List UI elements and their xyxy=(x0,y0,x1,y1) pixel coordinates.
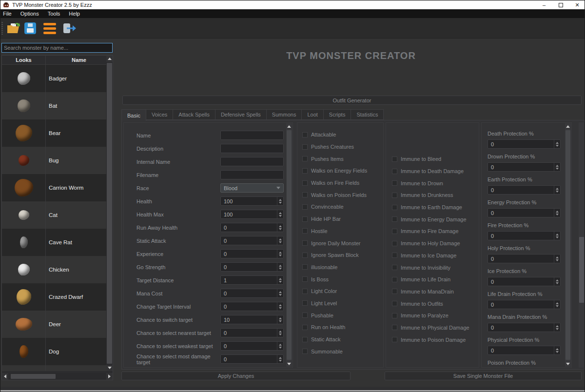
death-protection-input[interactable]: 0 xyxy=(488,139,561,149)
tab-scripts[interactable]: Scripts xyxy=(324,109,351,120)
form-scrollbar[interactable] xyxy=(286,123,292,367)
checkbox[interactable] xyxy=(302,289,308,294)
toolbar-grip[interactable] xyxy=(1,22,3,35)
checkbox[interactable] xyxy=(392,193,397,198)
flag-pushes-creatures[interactable]: Pushes Creatures xyxy=(297,141,383,153)
immune-earth[interactable]: Immune to Earth Damage xyxy=(386,201,479,214)
flag-attackable[interactable]: Attackable xyxy=(297,129,383,141)
checkbox[interactable] xyxy=(302,192,308,197)
save-single-monster-button[interactable]: Save Single Monster File xyxy=(385,372,582,380)
checkbox[interactable] xyxy=(302,276,308,282)
flag-walks-poison[interactable]: Walks on Poison Fields xyxy=(297,189,383,201)
minimize-button[interactable]: – xyxy=(536,0,552,9)
immune-ice[interactable]: Immune to Ice Damage xyxy=(386,250,479,262)
scroll-down-button[interactable] xyxy=(106,365,113,371)
spinner[interactable] xyxy=(277,236,283,245)
spinner[interactable] xyxy=(277,302,283,311)
menu-help[interactable]: Help xyxy=(64,9,84,18)
spinner[interactable] xyxy=(277,276,283,284)
spinner[interactable] xyxy=(554,163,560,171)
apply-changes-button[interactable]: Apply Changes xyxy=(121,372,351,380)
flag-hide-hp-bar[interactable]: Hide HP Bar xyxy=(297,213,383,225)
filename-input[interactable] xyxy=(220,170,284,179)
energy-protection-input[interactable]: 0 xyxy=(488,208,561,217)
tab-summons[interactable]: Summons xyxy=(267,109,302,120)
monster-row-bug[interactable]: Bug xyxy=(2,147,106,174)
checkbox[interactable] xyxy=(302,300,308,306)
name-input[interactable] xyxy=(220,131,284,140)
vscroll-thumb[interactable] xyxy=(579,237,584,303)
menu-toggle-button[interactable] xyxy=(42,21,57,36)
menu-tools[interactable]: Tools xyxy=(43,9,65,18)
earth-protection-input[interactable]: 0 xyxy=(488,185,561,195)
scroll-up-button[interactable] xyxy=(565,123,571,129)
checkbox[interactable] xyxy=(302,180,308,186)
monster-row-bear[interactable]: Bear xyxy=(2,119,106,147)
monster-row-deer[interactable]: Deer xyxy=(2,311,106,338)
checkbox[interactable] xyxy=(302,204,308,210)
physical-protection-input[interactable]: 0 xyxy=(488,346,561,355)
immune-mana-drain[interactable]: Immune to ManaDrain xyxy=(386,286,479,298)
go-strength-input[interactable]: 0 xyxy=(220,262,284,272)
protections-scrollbar[interactable] xyxy=(565,123,571,367)
search-input[interactable] xyxy=(1,43,113,53)
spinner[interactable] xyxy=(277,223,283,232)
checkbox[interactable] xyxy=(302,144,308,150)
checkbox[interactable] xyxy=(392,289,397,294)
spinner[interactable] xyxy=(277,289,283,297)
life-drain-protection-input[interactable]: 0 xyxy=(488,300,561,309)
monster-row-carrion-worm[interactable]: Carrion Worm xyxy=(2,174,106,201)
spinner[interactable] xyxy=(277,250,283,258)
chance-most-damage-target-input[interactable]: 0 xyxy=(220,354,284,364)
static-attack-input[interactable]: 0 xyxy=(220,236,284,245)
menu-file[interactable]: File xyxy=(0,9,16,18)
flag-ignore-daily-monster[interactable]: Ignore Daily Monster xyxy=(297,237,383,249)
spinner[interactable] xyxy=(277,329,283,337)
monster-row-cave-rat[interactable]: Cave Rat xyxy=(2,229,106,256)
tab-loot[interactable]: Loot xyxy=(302,109,323,120)
monster-row-cat[interactable]: Cat xyxy=(2,201,106,229)
checkbox[interactable] xyxy=(392,169,397,174)
chance-switch-target-input[interactable]: 10 xyxy=(220,315,284,324)
spinner[interactable] xyxy=(277,263,283,271)
checkbox[interactable] xyxy=(302,349,308,354)
flag-light-color[interactable]: Light Color xyxy=(297,285,383,297)
checkbox[interactable] xyxy=(392,265,397,270)
flag-pushes-items[interactable]: Pushes Items xyxy=(297,153,383,165)
tab-attack-spells[interactable]: Attack Spells xyxy=(173,109,215,120)
spinner[interactable] xyxy=(554,300,560,309)
immune-physical[interactable]: Immune to Physical Damage xyxy=(386,322,479,334)
flag-ignore-spawn-block[interactable]: Ignore Spawn Block xyxy=(297,249,383,261)
vscroll-thumb[interactable] xyxy=(107,63,112,364)
close-button[interactable]: ✕ xyxy=(569,0,585,9)
immune-fire[interactable]: Immune to Fire Damage xyxy=(386,225,479,237)
scroll-down-button[interactable] xyxy=(286,361,292,367)
monster-row-badger[interactable]: Badger xyxy=(2,65,106,92)
ice-protection-input[interactable]: 0 xyxy=(488,277,561,286)
vscroll-thumb[interactable] xyxy=(566,130,570,360)
flag-walks-fire[interactable]: Walks on Fire Fields xyxy=(297,177,383,189)
immune-death[interactable]: Immune to Death Damage xyxy=(386,165,479,177)
mana-cost-input[interactable]: 0 xyxy=(220,289,284,298)
monster-row-bat[interactable]: Bat xyxy=(2,92,106,119)
immune-drunkness[interactable]: Immune to Drunkness xyxy=(386,189,479,201)
flag-static-attack[interactable]: Static Attack xyxy=(297,333,383,346)
flag-hostile[interactable]: Hostile xyxy=(297,225,383,237)
monster-row-dog[interactable]: Dog xyxy=(2,338,106,365)
experience-input[interactable]: 0 xyxy=(220,249,284,258)
column-header-name[interactable]: Name xyxy=(46,56,113,64)
open-file-button[interactable] xyxy=(6,21,21,36)
flag-illusionable[interactable]: illusionable xyxy=(297,261,383,274)
spinner[interactable] xyxy=(554,209,560,217)
immune-outfits[interactable]: Immune to Outfits xyxy=(386,297,479,310)
checkbox[interactable] xyxy=(392,337,397,342)
checkbox[interactable] xyxy=(392,229,397,234)
checkbox[interactable] xyxy=(302,168,308,174)
chance-nearest-target-input[interactable]: 0 xyxy=(220,328,284,337)
internal-name-input[interactable] xyxy=(220,157,284,166)
flag-light-level[interactable]: Light Level xyxy=(297,297,383,310)
mana-drain-protection-input[interactable]: 0 xyxy=(488,323,561,332)
checkbox[interactable] xyxy=(392,313,397,318)
checkbox[interactable] xyxy=(302,228,308,234)
checkbox[interactable] xyxy=(302,325,308,330)
